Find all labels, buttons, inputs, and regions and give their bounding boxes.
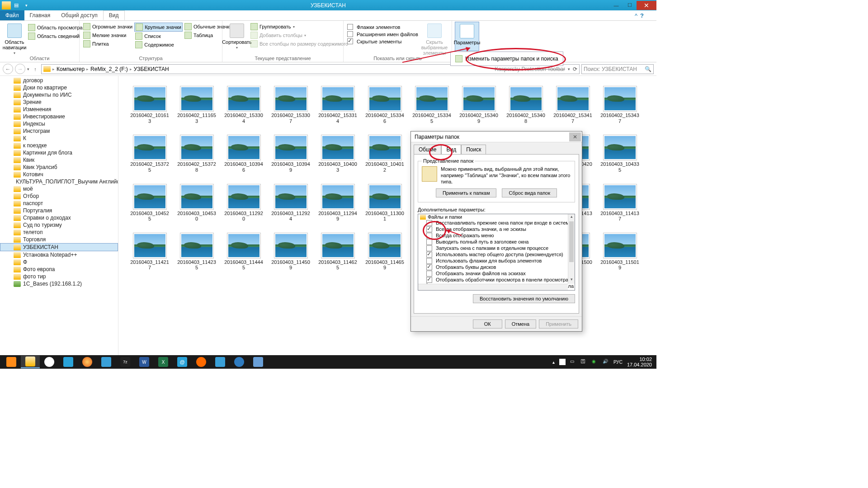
sidebar-item[interactable]: Документы по ИИС <box>0 91 118 99</box>
file-thumbnail[interactable]: 20160402_101613 <box>132 86 167 124</box>
file-thumbnail[interactable]: 20160403_114235 <box>179 233 214 271</box>
tray-clock[interactable]: 10:02 17.04.2020 <box>627 357 652 367</box>
file-extensions[interactable]: Расширения имен файлов <box>346 31 419 38</box>
sidebar-item[interactable]: Изменения <box>0 106 118 113</box>
details-pane-button[interactable]: Область сведений <box>27 32 84 40</box>
sort-button[interactable]: Сортировать ▾ <box>225 22 249 50</box>
tab-view[interactable]: Вид <box>103 10 125 20</box>
file-thumbnail[interactable]: 20160403_112924 <box>273 184 308 222</box>
tray-lang[interactable]: РУС <box>613 360 623 365</box>
sidebar-item[interactable]: Отбор <box>0 192 118 200</box>
sidebar-item[interactable]: фото тир <box>0 273 118 280</box>
search-box[interactable]: Поиск: УЗБЕКИСТАН 🔍 <box>581 64 654 74</box>
qat-props-icon[interactable]: ▤ <box>12 1 21 9</box>
help-icon[interactable]: ? <box>640 12 644 19</box>
taskbar-app-6[interactable] <box>97 356 116 368</box>
sidebar[interactable]: договорДоки по квартиреДокументы по ИИСЗ… <box>0 76 118 358</box>
sidebar-item[interactable]: Инвестирование <box>0 113 118 120</box>
layout-small[interactable]: Мелкие значки <box>82 31 133 39</box>
minimize-button[interactable]: — <box>609 1 623 10</box>
addcols-button[interactable]: Добавить столбцы ▾ <box>250 31 349 39</box>
dialog-tab-general[interactable]: Общие <box>414 145 441 155</box>
adv-setting-item[interactable]: Отображать значки файлов на эскизах <box>418 270 575 277</box>
adv-setting-item[interactable]: Восстанавливать прежние окна папок при в… <box>418 220 575 226</box>
close-button[interactable]: ✕ <box>637 1 656 10</box>
hidden-items[interactable]: Скрытые элементы <box>346 38 419 45</box>
sidebar-item[interactable]: 1C_Bases (192.168.1.2) <box>0 280 118 287</box>
checkbox[interactable] <box>426 239 432 245</box>
sidebar-item[interactable]: Котович <box>0 171 118 178</box>
file-thumbnail[interactable]: 20160402_153409 <box>461 86 496 124</box>
sidebar-item[interactable]: Фото европа <box>0 266 118 273</box>
sidebar-item[interactable]: Инстограм <box>0 127 118 135</box>
tray-volume-icon[interactable]: 🔊 <box>603 359 609 365</box>
taskbar-mail[interactable] <box>59 356 78 368</box>
restore-defaults-button[interactable]: Восстановить значения по умолчанию <box>473 294 575 303</box>
file-thumbnail[interactable]: 20160402_153314 <box>320 86 355 124</box>
sidebar-item[interactable]: Ф <box>0 258 118 266</box>
layout-xlarge[interactable]: Огромные значки <box>82 23 133 31</box>
layout-tiles[interactable]: Плитка <box>82 40 133 48</box>
file-thumbnail[interactable]: 20160402_153408 <box>508 86 543 124</box>
dialog-tab-search[interactable]: Поиск <box>461 145 486 155</box>
crumb-1[interactable]: ReMix_2_2 (F:) <box>90 66 128 72</box>
qat-dropdown-icon[interactable]: ▾ <box>22 1 31 9</box>
file-thumbnail[interactable]: 20160402_153728 <box>179 135 214 173</box>
taskbar-thunderbird[interactable] <box>230 356 249 368</box>
adv-setting-item[interactable]: Использовать мастер общего доступа (реко… <box>418 251 575 258</box>
file-thumbnail[interactable]: 20160402_153307 <box>273 86 308 124</box>
adv-setting-item[interactable]: Отображать обработчики просмотра в панел… <box>418 277 575 283</box>
sidebar-item[interactable]: паспорт <box>0 200 118 207</box>
file-thumbnail[interactable]: 20160403_104530 <box>179 184 214 222</box>
layout-large[interactable]: Крупные значки <box>134 23 183 32</box>
file-thumbnail[interactable]: 20160403_104525 <box>132 184 167 222</box>
sidebar-item[interactable]: Справки о доходах <box>0 214 118 221</box>
preview-pane-button[interactable]: Область просмотра <box>27 23 84 32</box>
address-dropdown-icon[interactable]: ▾ <box>568 67 570 71</box>
file-thumbnail[interactable]: 20160402_153437 <box>602 86 637 124</box>
crumb-2[interactable]: УЗБЕКИСТАН <box>134 66 169 72</box>
sidebar-item[interactable]: Суд по туризму <box>0 221 118 229</box>
sidebar-item[interactable]: телетоп <box>0 229 118 236</box>
file-thumbnail[interactable]: 20160403_112949 <box>320 184 355 222</box>
taskbar-snip[interactable] <box>211 356 230 368</box>
tray-device-icon[interactable]: ▭ <box>570 359 576 365</box>
taskbar-explorer[interactable] <box>21 356 40 368</box>
tray-chevron-icon[interactable]: ▴ <box>552 360 555 365</box>
sidebar-item[interactable]: моё <box>0 185 118 192</box>
file-thumbnail[interactable]: 20160403_114509 <box>273 233 308 271</box>
history-dropdown[interactable]: ▾ <box>27 67 29 71</box>
dialog-close-button[interactable]: ✕ <box>569 132 581 141</box>
taskbar-excel[interactable]: X <box>154 356 173 368</box>
sidebar-item[interactable]: Торговля <box>0 236 118 243</box>
apply-button[interactable]: Применить <box>539 319 578 328</box>
sidebar-item[interactable]: Квик <box>0 156 118 164</box>
file-thumbnail[interactable]: 20160402_153417 <box>555 86 590 124</box>
ribbon-collapse-icon[interactable]: ^ <box>635 12 637 19</box>
taskbar-calc[interactable] <box>249 356 268 368</box>
file-thumbnail[interactable]: 20160403_114625 <box>320 233 355 271</box>
tray-flag-icon[interactable]: ⚑ <box>559 359 566 365</box>
cancel-button[interactable]: Отмена <box>505 319 536 328</box>
file-thumbnail[interactable]: 20160403_104012 <box>367 135 402 173</box>
checkbox[interactable] <box>426 226 432 232</box>
file-thumbnail[interactable]: 20160403_114659 <box>367 233 402 271</box>
nav-pane-button[interactable]: Область навигации ▾ <box>3 22 26 56</box>
file-thumbnail[interactable]: 20160402_153346 <box>367 86 402 124</box>
adv-scrollbar-v[interactable]: ▴▾ <box>568 214 575 284</box>
item-checkboxes[interactable]: Флажки элементов <box>346 23 419 30</box>
file-thumbnail[interactable]: 20160403_113001 <box>367 184 402 222</box>
file-thumbnail[interactable]: 20160403_114217 <box>132 233 167 271</box>
up-button[interactable]: ↑ <box>31 66 39 72</box>
file-thumbnail[interactable]: 20160403_104335 <box>602 135 637 173</box>
adv-setting-item[interactable]: Всегда отображать меню <box>418 232 575 239</box>
checkbox[interactable] <box>426 264 432 270</box>
adv-setting-item[interactable]: Выводить полный путь в заголовке окна <box>418 239 575 245</box>
adv-setting-item[interactable]: Запускать окна с папками в отдельном про… <box>418 245 575 251</box>
sidebar-item[interactable]: Португалия <box>0 207 118 214</box>
dialog-tab-view[interactable]: Вид <box>441 145 461 155</box>
taskbar-firefox[interactable] <box>78 356 97 368</box>
file-thumbnail[interactable]: 20160402_153304 <box>226 86 261 124</box>
tray-shield-icon[interactable]: ◉ <box>592 359 598 365</box>
crumb-0[interactable]: Компьютер <box>57 66 85 72</box>
